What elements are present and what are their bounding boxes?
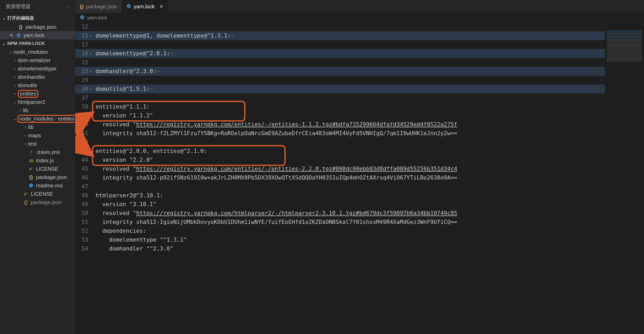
file-tree: ⌄ node_modules › dom-serializer › domele… bbox=[0, 48, 75, 334]
code-line[interactable]: ›domelementtype@1, domelementtype@^1.3.1… bbox=[96, 31, 644, 40]
file-label: package.json bbox=[36, 174, 67, 180]
file-label: LICENSE bbox=[31, 191, 53, 197]
open-editor-item[interactable]: › {} package.json bbox=[0, 23, 75, 31]
file-label: package.json bbox=[26, 24, 56, 30]
file-readme[interactable]: › i readme.md bbox=[0, 181, 75, 190]
folder-htmlparser2[interactable]: ⌄ htmlparser2 bbox=[0, 98, 75, 106]
folder-maps[interactable]: › maps bbox=[0, 131, 75, 140]
line-number: 46 bbox=[75, 173, 88, 182]
file-label: .travis.yml bbox=[36, 149, 60, 155]
code-line[interactable] bbox=[96, 182, 644, 191]
code-line[interactable] bbox=[96, 22, 644, 31]
code-line[interactable]: htmlparser2@^3.10.1: bbox=[96, 191, 644, 200]
code-area[interactable]: ›domelementtype@1, domelementtype@^1.3.1… bbox=[96, 22, 644, 334]
code-line[interactable] bbox=[96, 138, 644, 147]
fold-ellipsis-icon[interactable]: ⋯ bbox=[156, 67, 160, 76]
code-line[interactable]: version "1.1.2" bbox=[96, 111, 644, 120]
code-line[interactable]: resolved "https://registry.yarnpkg.com/h… bbox=[96, 209, 644, 218]
fold-ellipsis-icon[interactable]: ⋯ bbox=[231, 31, 234, 40]
line-number: 47 bbox=[75, 182, 88, 191]
code-line[interactable]: domelementtype "^1.3.1" bbox=[96, 235, 644, 244]
project-header[interactable]: ⌄ NPM-YARN-LOCK bbox=[0, 39, 75, 48]
code-line[interactable]: integrity sha512-f2LZMYl1Fzu7YSBKg+RoROe… bbox=[96, 129, 644, 138]
close-icon[interactable]: ✕ bbox=[8, 32, 14, 38]
code-line[interactable]: dependencies: bbox=[96, 226, 644, 235]
line-number: 52 bbox=[75, 226, 88, 235]
code-line[interactable]: version "2.2.0" bbox=[96, 156, 644, 164]
folder-label: node_modules bbox=[14, 49, 48, 55]
file-travis[interactable]: › ! .travis.yml bbox=[0, 148, 75, 156]
code-line[interactable]: version "3.10.1" bbox=[96, 200, 644, 209]
code-line[interactable]: resolved "https://registry.yarnpkg.com/e… bbox=[96, 120, 644, 129]
file-packagejson[interactable]: › {} package.json bbox=[0, 173, 75, 181]
svg-text:i: i bbox=[31, 184, 32, 187]
code-line[interactable] bbox=[96, 58, 644, 67]
yarn-icon bbox=[126, 4, 131, 10]
chevron-down-icon: ⌄ bbox=[1, 16, 7, 21]
file-license[interactable]: › LICENSE bbox=[0, 190, 75, 198]
folder-domhandler[interactable]: › domhandler bbox=[0, 73, 75, 81]
line-number: 51 bbox=[75, 218, 88, 226]
folder-entities[interactable]: › entities bbox=[0, 90, 75, 98]
annotation-highlight: entities bbox=[18, 90, 38, 98]
chevron-right-icon: › bbox=[13, 58, 17, 62]
folder-label: lib bbox=[23, 108, 28, 114]
folder-nested-entities[interactable]: ⌄ node_modules / entities bbox=[0, 115, 75, 123]
folder-label: domutils bbox=[18, 82, 37, 88]
chevron-right-icon[interactable]: › bbox=[88, 85, 95, 93]
folder-dom-serializer[interactable]: › dom-serializer bbox=[0, 56, 75, 64]
chevron-right-icon: › bbox=[23, 133, 28, 138]
svg-point-4 bbox=[24, 194, 26, 195]
chevron-right-icon[interactable]: › bbox=[88, 67, 95, 76]
tab-packagejson[interactable]: {} package.json bbox=[75, 0, 122, 13]
file-indexjs[interactable]: › JS index.js bbox=[0, 156, 75, 165]
code-line[interactable] bbox=[96, 76, 644, 85]
yarn-icon bbox=[80, 15, 85, 21]
code-line[interactable]: integrity sha512-p92if5Nz619I0w+akJrLZH0… bbox=[96, 173, 644, 182]
fold-ellipsis-icon[interactable]: ⋯ bbox=[170, 49, 173, 58]
open-editors-label: 打开的编辑器 bbox=[7, 15, 34, 21]
code-line[interactable]: ›domhandler@^2.3.0: ⋯ bbox=[96, 67, 644, 76]
folder-domelementtype[interactable]: › domelementtype bbox=[0, 64, 75, 73]
line-number: 29 bbox=[75, 76, 88, 85]
code-line[interactable]: entities@^2.0.0, entities@^2.1.0: bbox=[96, 147, 644, 156]
chevron-down-icon: ⌄ bbox=[8, 50, 13, 54]
line-number: 17 bbox=[75, 40, 88, 49]
file-packagejson[interactable]: › {} package.json bbox=[0, 198, 75, 206]
code-line[interactable]: domhandler "^2.3.0" bbox=[96, 244, 644, 253]
fold-ellipsis-icon[interactable]: ⋯ bbox=[150, 85, 153, 93]
file-label: index.js bbox=[36, 158, 54, 164]
breadcrumb[interactable]: yarn.lock bbox=[75, 13, 644, 22]
code-line[interactable]: entities@^1.1.1: bbox=[96, 102, 644, 111]
code-line[interactable] bbox=[96, 40, 644, 49]
folder-node-modules[interactable]: ⌄ node_modules bbox=[0, 48, 75, 56]
folder-label: domelementtype bbox=[18, 66, 56, 72]
tab-yarnlock[interactable]: yarn.lock ✕ bbox=[122, 0, 168, 13]
folder-lib[interactable]: › lib bbox=[0, 123, 75, 131]
open-editor-item[interactable]: ✕ yarn.lock bbox=[0, 31, 75, 39]
folder-test[interactable]: › test bbox=[0, 140, 75, 148]
chevron-right-icon: › bbox=[23, 142, 28, 146]
chevron-right-icon[interactable]: › bbox=[88, 31, 95, 40]
code-line[interactable]: ›domelementtype@^2.0.1: ⋯ bbox=[96, 49, 644, 58]
more-icon[interactable]: ··· bbox=[65, 4, 70, 9]
minimap[interactable] bbox=[605, 22, 644, 334]
line-number: 44 bbox=[75, 156, 88, 164]
folder-lib[interactable]: › lib bbox=[0, 106, 75, 115]
line-number: 48 bbox=[75, 191, 88, 200]
code-editor[interactable]: 1213171822232930373839404142434445464748… bbox=[75, 22, 644, 334]
folder-domutils[interactable]: › domutils bbox=[0, 81, 75, 90]
code-line[interactable]: ›domutils@^1.5.1: ⋯ bbox=[96, 85, 644, 93]
open-editors-header[interactable]: ⌄ 打开的编辑器 bbox=[0, 14, 75, 23]
key-icon bbox=[23, 192, 29, 196]
line-number: 40 bbox=[75, 120, 88, 129]
code-line[interactable] bbox=[96, 93, 644, 102]
file-label: package.json bbox=[31, 199, 62, 205]
code-line[interactable]: resolved "https://registry.yarnpkg.com/e… bbox=[96, 164, 644, 173]
file-license[interactable]: › LICENSE bbox=[0, 165, 75, 173]
folder-label: test bbox=[28, 141, 37, 147]
close-icon[interactable]: ✕ bbox=[159, 4, 163, 9]
line-number: 39 bbox=[75, 111, 88, 120]
chevron-right-icon[interactable]: › bbox=[88, 49, 95, 58]
code-line[interactable]: integrity sha512-IgieNijUMbkDovyoKObU1DU… bbox=[96, 218, 644, 226]
